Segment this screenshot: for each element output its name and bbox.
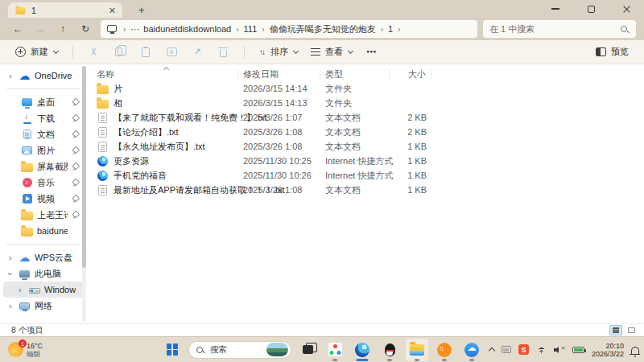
sidebar-item[interactable]: 屏幕截图 bbox=[0, 158, 87, 175]
minimize-button[interactable] bbox=[538, 0, 573, 18]
battery-icon[interactable] bbox=[572, 347, 584, 353]
file-size: 1 KB bbox=[390, 185, 431, 195]
close-button[interactable] bbox=[609, 0, 644, 18]
sidebar-item-label: 视频 bbox=[37, 193, 68, 205]
rename-button[interactable] bbox=[161, 43, 182, 62]
sidebar-item-icon bbox=[21, 228, 33, 237]
sidebar-item-onedrive[interactable]: OneDrive bbox=[0, 68, 87, 84]
start-button[interactable] bbox=[161, 339, 184, 361]
large-icons-view-button[interactable] bbox=[625, 325, 638, 335]
sidebar-item[interactable]: 视频 bbox=[0, 191, 87, 207]
explorer-search-box[interactable] bbox=[483, 20, 636, 38]
trash-icon bbox=[220, 50, 227, 57]
breadcrumb-item[interactable]: 111 bbox=[242, 24, 259, 34]
windows-logo-icon bbox=[167, 343, 179, 356]
taskbar-search[interactable]: 搜索 bbox=[188, 341, 291, 359]
taskbar: 1 16°C 晴朗 搜索 bbox=[0, 336, 644, 362]
sogou-input-icon[interactable] bbox=[518, 344, 529, 355]
running-indicator bbox=[332, 359, 337, 361]
table-row[interactable]: 更多资源 2025/11/30 10:25 Internet 快捷方式 1 KB bbox=[93, 154, 638, 168]
sidebar-item-label: 文档 bbox=[37, 129, 68, 141]
taskbar-app-tricolor[interactable] bbox=[324, 339, 346, 361]
breadcrumb-item[interactable]: 1 bbox=[386, 24, 394, 34]
sidebar-item[interactable]: 上老王论坛当 bbox=[0, 207, 87, 223]
table-row[interactable]: 手机党的福音 2025/11/30 10:26 Internet 快捷方式 1 … bbox=[93, 168, 638, 183]
expand-chevron-icon[interactable] bbox=[6, 269, 14, 278]
sidebar-item[interactable]: WPS云盘 bbox=[0, 249, 87, 265]
taskbar-app-downloader[interactable] bbox=[433, 339, 456, 361]
table-row[interactable]: 【永久地址发布页】.txt 2025/3/26 1:08 文本文档 1 KB bbox=[93, 139, 638, 154]
sidebar-scrollbar-thumb[interactable] bbox=[82, 66, 86, 268]
volume-muted-icon[interactable] bbox=[554, 346, 565, 354]
expand-chevron-icon[interactable] bbox=[6, 253, 14, 262]
sidebar-item[interactable]: 文档 bbox=[0, 126, 87, 142]
table-row[interactable]: 最新地址及APP请发邮箱自动获取！！！.txt 2025/3/26 1:08 文… bbox=[93, 183, 638, 197]
back-button[interactable]: ← bbox=[8, 20, 27, 38]
expand-chevron-icon[interactable] bbox=[16, 286, 24, 294]
wifi-icon[interactable] bbox=[536, 346, 547, 354]
column-header-name[interactable]: 名称 bbox=[93, 68, 238, 80]
taskbar-app-edge[interactable] bbox=[351, 339, 374, 361]
taskbar-app-cloud[interactable] bbox=[460, 339, 483, 361]
maximize-button[interactable] bbox=[573, 0, 609, 18]
taskbar-clock[interactable]: 20:10 2026/3/22 bbox=[592, 342, 624, 358]
up-button[interactable]: ↑ bbox=[53, 20, 72, 38]
new-button[interactable]: 新建 bbox=[11, 43, 62, 62]
file-name: 手机党的福音 bbox=[114, 170, 167, 182]
sidebar-item[interactable]: 桌面 bbox=[0, 94, 87, 110]
paste-button[interactable] bbox=[135, 43, 156, 62]
column-header-type[interactable]: 类型 bbox=[320, 68, 390, 80]
column-header-size[interactable]: 大小 bbox=[390, 68, 431, 80]
table-row[interactable]: 【论坛介绍】.txt 2025/3/26 1:08 文本文档 2 KB bbox=[93, 125, 638, 139]
sidebar-item[interactable]: 网络 bbox=[0, 298, 87, 314]
breadcrumb[interactable]: › ⋯ baidunetdiskdownload › 111 › 偷偷玩弄喝多无… bbox=[101, 20, 477, 38]
weather-widget[interactable]: 1 16°C 晴朗 bbox=[5, 337, 46, 362]
sidebar-item[interactable]: 图片 bbox=[0, 142, 87, 158]
tray-expand-chevron-icon[interactable] bbox=[489, 348, 495, 354]
delete-button[interactable] bbox=[213, 43, 233, 62]
breadcrumb-item[interactable]: baidunetdiskdownload bbox=[142, 24, 233, 34]
preview-button[interactable]: 预览 bbox=[592, 43, 633, 62]
view-button[interactable]: 查看 bbox=[307, 43, 357, 62]
cut-button[interactable] bbox=[84, 43, 105, 62]
share-button[interactable] bbox=[187, 43, 208, 62]
taskbar-app-explorer[interactable] bbox=[406, 339, 428, 361]
task-view-button[interactable] bbox=[296, 339, 319, 361]
column-header-date[interactable]: 修改日期 bbox=[238, 68, 320, 80]
pin-icon bbox=[72, 179, 79, 187]
breadcrumb-item[interactable]: 偷偷玩弄喝多无知觉的炮友 bbox=[268, 23, 378, 35]
sidebar-item[interactable]: 此电脑 bbox=[0, 265, 87, 282]
sidebar-item[interactable]: 下载 bbox=[0, 110, 87, 126]
sidebar-item[interactable]: baidunetdiskdownload bbox=[0, 223, 87, 239]
breadcrumb-overflow[interactable]: ⋯ bbox=[130, 24, 140, 35]
hardware-tray-icon[interactable] bbox=[502, 346, 511, 353]
sidebar-item[interactable]: Windows-SSD bbox=[3, 282, 84, 298]
search-input[interactable] bbox=[489, 24, 621, 34]
expand-chevron-icon[interactable] bbox=[6, 302, 14, 311]
up-down-arrows-icon bbox=[437, 343, 452, 357]
copy-button[interactable] bbox=[109, 43, 130, 62]
forward-button[interactable]: → bbox=[31, 20, 50, 38]
sidebar-item[interactable]: 音乐 bbox=[0, 175, 87, 191]
new-tab-button[interactable]: + bbox=[134, 2, 150, 18]
folder-icon bbox=[16, 7, 26, 14]
file-name: 片 bbox=[114, 83, 122, 95]
refresh-button[interactable]: ↻ bbox=[76, 20, 95, 38]
taskbar-app-qq[interactable] bbox=[378, 339, 401, 361]
table-row[interactable]: 相 2026/3/15 14:13 文件夹 bbox=[93, 96, 638, 110]
explorer-tab[interactable]: 1 ✕ bbox=[8, 2, 122, 18]
command-toolbar: 新建 ↑↓ 排序 查看 ⋯ bbox=[0, 40, 644, 64]
tab-close-icon[interactable]: ✕ bbox=[109, 6, 116, 14]
sidebar-item-icon bbox=[22, 146, 32, 154]
thumbnail-icon bbox=[628, 327, 635, 333]
file-size: 2 KB bbox=[390, 113, 431, 122]
table-row[interactable]: 【来了就能下载和观看！纯免费！】.txt 2025/3/26 1:07 文本文档… bbox=[93, 110, 638, 125]
more-button[interactable]: ⋯ bbox=[361, 43, 382, 62]
new-button-label: 新建 bbox=[31, 46, 48, 58]
preview-pane-icon bbox=[596, 47, 606, 56]
table-row[interactable]: 片 2026/3/15 14:14 文件夹 bbox=[93, 81, 638, 96]
file-date: 2025/3/26 1:08 bbox=[238, 185, 320, 195]
details-view-button[interactable] bbox=[609, 325, 622, 335]
sort-button[interactable]: ↑↓ 排序 bbox=[255, 43, 302, 62]
notification-bell-icon[interactable] bbox=[631, 347, 639, 354]
